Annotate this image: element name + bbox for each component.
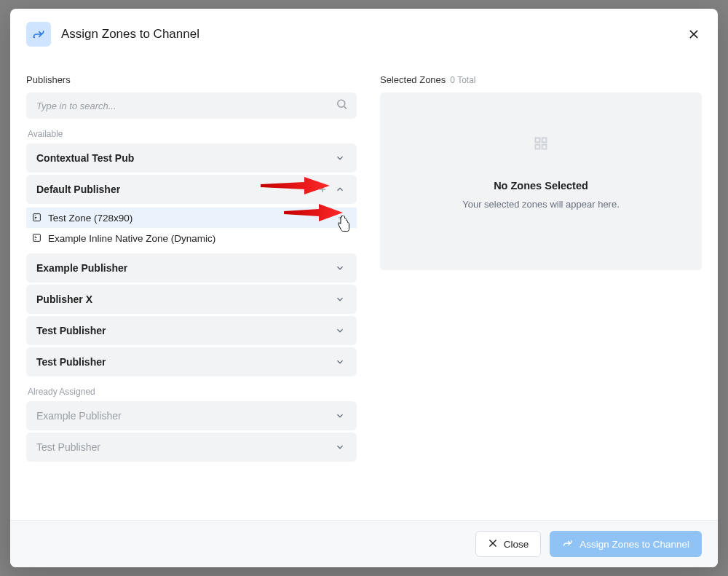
grid-icon — [534, 136, 548, 154]
assign-icon — [562, 537, 574, 551]
zone-row[interactable]: Example Inline Native Zone (Dynamic) — [26, 228, 357, 248]
assign-icon — [26, 22, 51, 47]
chevron-down-icon — [333, 324, 347, 337]
selected-zones-label: Selected Zones — [380, 74, 446, 85]
publisher-name: Test Publisher — [36, 325, 106, 336]
close-button[interactable]: Close — [475, 531, 542, 557]
publisher-name: Example Publisher — [36, 410, 122, 422]
assign-zones-modal: Assign Zones to Channel Publishers Avail… — [10, 9, 718, 567]
close-icon — [488, 538, 498, 551]
chevron-down-icon — [333, 293, 347, 306]
zone-name: Test Zone (728x90) — [48, 213, 335, 224]
svg-point-3 — [338, 100, 345, 107]
chevron-up-icon — [333, 183, 347, 196]
publisher-row[interactable]: Contextual Test Pub — [26, 143, 357, 173]
publisher-row[interactable]: Publisher X — [26, 285, 357, 314]
chevron-down-icon — [333, 355, 347, 368]
zone-icon — [32, 233, 42, 243]
publishers-panel: Publishers Available Contextual Test Pub… — [26, 74, 357, 513]
close-icon[interactable] — [686, 26, 702, 42]
chevron-down-icon — [333, 151, 347, 165]
selected-zones-panel: Selected Zones 0 Total No Zones Selected… — [380, 74, 702, 513]
add-all-zones-icon[interactable] — [316, 183, 329, 196]
assigned-publisher-row[interactable]: Test Publisher — [26, 433, 357, 462]
add-zone-icon[interactable] — [335, 211, 348, 224]
modal-title: Assign Zones to Channel — [61, 27, 686, 42]
close-button-label: Close — [504, 539, 529, 550]
empty-title: No Zones Selected — [494, 180, 588, 192]
empty-subtitle: Your selected zones will appear here. — [462, 199, 620, 210]
selected-count: 0 Total — [450, 75, 475, 85]
publisher-name: Contextual Test Pub — [36, 152, 134, 164]
publisher-row[interactable]: Test Publisher — [26, 347, 357, 376]
publisher-name: Test Publisher — [36, 441, 100, 453]
svg-rect-11 — [536, 138, 540, 143]
empty-state: No Zones Selected Your selected zones wi… — [380, 92, 702, 270]
search-icon — [336, 98, 348, 114]
already-assigned-label: Already Assigned — [28, 387, 357, 397]
publishers-label: Publishers — [26, 74, 357, 85]
svg-line-4 — [344, 106, 347, 109]
publisher-row[interactable]: Test Publisher — [26, 316, 357, 345]
publisher-name: Publisher X — [36, 293, 92, 305]
chevron-down-icon — [333, 409, 347, 422]
svg-rect-13 — [536, 145, 540, 149]
svg-rect-14 — [542, 145, 547, 149]
search-input[interactable] — [26, 92, 357, 119]
publisher-name: Example Publisher — [36, 262, 127, 274]
chevron-down-icon — [333, 261, 347, 275]
zone-name: Example Inline Native Zone (Dynamic) — [48, 233, 348, 244]
svg-point-0 — [33, 36, 35, 38]
available-label: Available — [28, 129, 357, 139]
modal-header: Assign Zones to Channel — [10, 9, 718, 57]
publisher-name: Test Publisher — [36, 356, 106, 368]
zone-row[interactable]: Test Zone (728x90) — [26, 208, 357, 228]
publisher-row[interactable]: Example Publisher — [26, 253, 357, 283]
assign-button-label: Assign Zones to Channel — [579, 539, 689, 550]
chevron-down-icon — [333, 441, 347, 454]
svg-rect-12 — [542, 138, 547, 143]
modal-footer: Close Assign Zones to Channel — [10, 520, 718, 567]
publisher-name: Default Publisher — [36, 184, 120, 195]
assign-zones-button[interactable]: Assign Zones to Channel — [550, 531, 702, 557]
publisher-row-expanded[interactable]: Default Publisher — [26, 175, 357, 204]
assigned-publisher-row[interactable]: Example Publisher — [26, 401, 357, 430]
zone-list: Test Zone (728x90) Example Inline Native… — [26, 206, 357, 251]
zone-icon — [32, 213, 42, 223]
